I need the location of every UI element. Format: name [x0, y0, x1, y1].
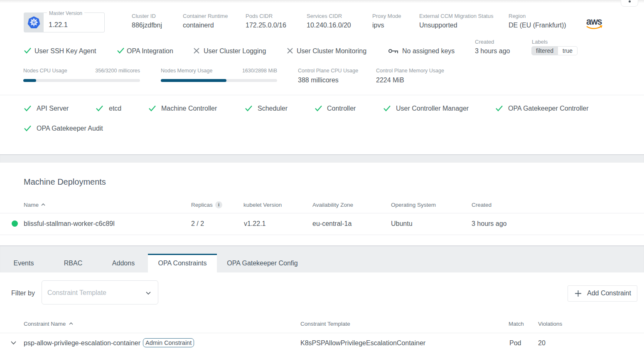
- svg-text:aws: aws: [586, 17, 602, 27]
